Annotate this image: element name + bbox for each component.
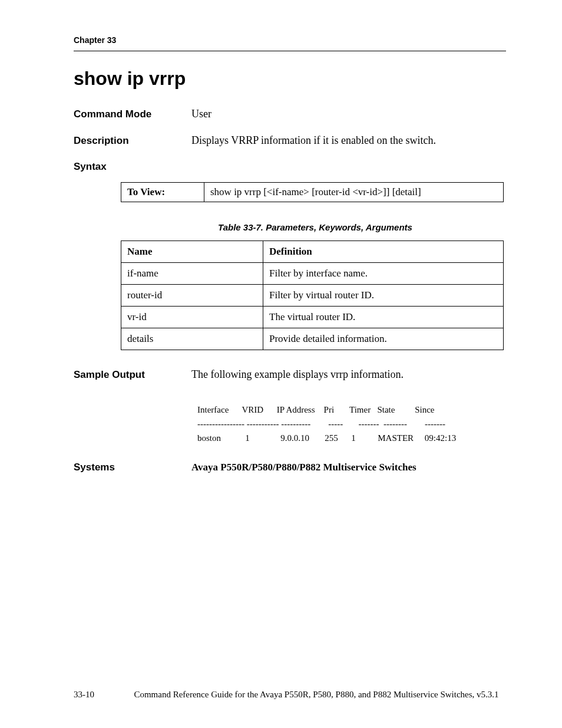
syntax-row-label: To View: [121,182,204,202]
syntax-table: To View: show ip vrrp [<if-name> [router… [121,182,504,202]
table-caption: Table 33-7. Parameters, Keywords, Argume… [133,222,498,232]
syntax-label: Syntax [74,161,191,173]
chapter-header: Chapter 33 [74,35,506,51]
sample-output-text: Interface VRID IP Address Pri Timer Stat… [197,403,506,445]
table-row: if-name Filter by interface name. [121,262,504,284]
param-def: Filter by virtual router ID. [263,284,504,306]
table-header-row: Name Definition [121,241,504,262]
description-value: Displays VRRP information if it is enabl… [191,134,436,147]
systems-row: Systems Avaya P550R/P580/P880/P882 Multi… [74,462,506,473]
sample-output-intro: The following example displays vrrp info… [191,368,404,381]
page-footer: 33-10 Command Reference Guide for the Av… [74,690,506,700]
parameters-table: Name Definition if-name Filter by interf… [121,241,504,350]
param-def: Provide detailed information. [263,328,504,350]
syntax-row-value: show ip vrrp [<if-name> [router-id <vr-i… [204,182,504,202]
table-row: vr-id The virtual router ID. [121,306,504,328]
param-def: The virtual router ID. [263,306,504,328]
command-mode-value: User [191,107,211,121]
col-header-name: Name [121,241,263,262]
table-row: To View: show ip vrrp [<if-name> [router… [121,182,504,202]
footer-page-number: 33-10 [74,690,127,700]
sample-output-row: Sample Output The following example disp… [74,368,506,381]
description-row: Description Displays VRRP information if… [74,134,506,147]
command-mode-label: Command Mode [74,108,191,120]
document-page: Chapter 33 show ip vrrp Command Mode Use… [0,0,562,728]
systems-label: Systems [74,462,191,473]
table-row: router-id Filter by virtual router ID. [121,284,504,306]
param-def: Filter by interface name. [263,262,504,284]
page-title: show ip vrrp [74,68,506,90]
param-name: if-name [121,262,263,284]
sample-output-label: Sample Output [74,369,191,381]
param-name: vr-id [121,306,263,328]
param-name: router-id [121,284,263,306]
syntax-section: Syntax To View: show ip vrrp [<if-name> … [74,161,506,350]
table-row: details Provide detailed information. [121,328,504,350]
col-header-definition: Definition [263,241,504,262]
command-mode-row: Command Mode User [74,107,506,121]
param-name: details [121,328,263,350]
footer-text: Command Reference Guide for the Avaya P5… [127,690,506,700]
systems-value: Avaya P550R/P580/P880/P882 Multiservice … [191,462,416,473]
description-label: Description [74,135,191,147]
